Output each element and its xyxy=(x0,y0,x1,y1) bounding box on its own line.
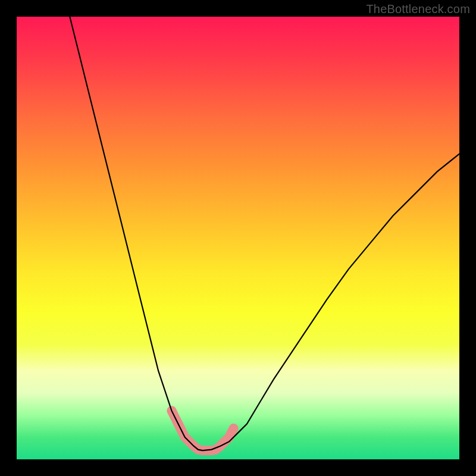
plot-area xyxy=(17,17,459,459)
right-curve xyxy=(203,154,460,450)
chart-svg xyxy=(17,17,459,459)
chart-frame: TheBottleneck.com xyxy=(0,0,476,476)
watermark-label: TheBottleneck.com xyxy=(366,2,470,16)
left-curve xyxy=(70,17,202,450)
